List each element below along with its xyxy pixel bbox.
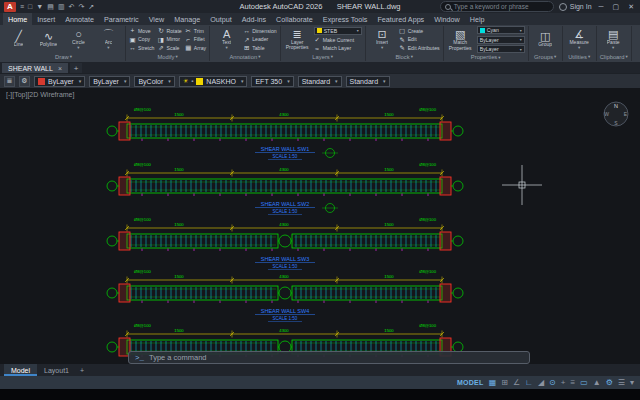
tool-stretch[interactable]: ↔Stretch xyxy=(129,44,154,51)
tool-paste[interactable]: ▤Paste▾ xyxy=(600,28,627,50)
menu-icon[interactable]: ≡ xyxy=(19,2,25,12)
model-space-indicator[interactable]: MODEL xyxy=(457,379,484,386)
dim-style-combo[interactable]: Standard▾ xyxy=(298,76,342,87)
tool-polyline[interactable]: ∿Polyline xyxy=(35,30,62,48)
tool-circle[interactable]: ○Circle▾ xyxy=(65,28,92,50)
close-button[interactable]: ✕ xyxy=(626,3,636,11)
panel-label-clipboard[interactable]: Clipboard▾ xyxy=(600,52,628,61)
redo-icon[interactable]: ↷ xyxy=(77,2,85,12)
tool-array[interactable]: ▦Array xyxy=(185,44,206,51)
object-snap-tracking-icon[interactable]: + xyxy=(561,378,566,388)
tab-model[interactable]: Model xyxy=(4,364,37,376)
tab-layout1[interactable]: Layout1 xyxy=(37,364,76,376)
dynamic-input-icon[interactable]: ▭ xyxy=(580,378,588,388)
view-compass[interactable]: NSWE xyxy=(604,102,628,126)
ribbon-combo[interactable]: ByLayer▾ xyxy=(477,36,525,44)
tool-text[interactable]: AText▾ xyxy=(213,28,240,50)
tool-move[interactable]: +Move xyxy=(129,27,154,34)
plot-style-combo[interactable]: ByColor▾ xyxy=(134,76,174,87)
polar-tracking-icon[interactable]: ◢ xyxy=(538,378,544,388)
open-icon[interactable]: ▼ xyxy=(35,2,44,12)
snap-icon[interactable]: ⊞ xyxy=(501,378,508,388)
ribbon-tab-collaborate[interactable]: Collaborate xyxy=(271,13,318,25)
ribbon-combo[interactable]: ByLayer▾ xyxy=(477,45,525,53)
tool-trim[interactable]: ✂Trim xyxy=(185,27,206,34)
tool-mirror[interactable]: ◨Mirror xyxy=(157,36,181,43)
workspace-icon[interactable]: ⚙ xyxy=(606,378,613,388)
linetype-combo[interactable]: ByLayer▾ xyxy=(89,76,130,87)
shear-wall-elevation-4[interactable]: 150043001500Ø8@100Ø8@100SHEAR WALL SW4SC… xyxy=(107,269,463,322)
layer-combo[interactable]: ☀▪NASKHO▾ xyxy=(179,76,248,87)
tool-line[interactable]: ╱Line xyxy=(5,30,32,48)
save-icon[interactable]: ▤ xyxy=(46,2,55,12)
panel-label-modify[interactable]: Modify▾ xyxy=(129,52,206,61)
new-drawing-tab-button[interactable]: + xyxy=(70,63,82,73)
shear-wall-elevation-3[interactable]: 150043001500Ø8@100Ø8@100SHEAR WALL SW3SC… xyxy=(107,217,463,270)
tool-match-properties[interactable]: ▧Match Properties xyxy=(447,28,474,51)
add-layout-button[interactable]: + xyxy=(76,364,88,376)
command-input[interactable]: Type a command xyxy=(149,353,207,362)
panel-label-view[interactable]: View▾ xyxy=(635,52,640,61)
panel-label-annotation[interactable]: Annotation▾ xyxy=(213,52,277,61)
ribbon-tab-annotate[interactable]: Annotate xyxy=(60,13,99,25)
tool-layer-properties[interactable]: ≣Layer Properties xyxy=(284,28,311,51)
lineweight-icon[interactable]: ≡ xyxy=(570,378,575,388)
tool-group[interactable]: ◫Group xyxy=(532,30,559,48)
table-style-combo[interactable]: Standard▾ xyxy=(346,76,390,87)
ortho-icon[interactable]: ∟ xyxy=(525,378,533,388)
search-input[interactable]: Type a keyword or phrase xyxy=(440,1,554,12)
undo-icon[interactable]: ↶ xyxy=(68,2,76,12)
ribbon-tab-home[interactable]: Home xyxy=(3,13,32,25)
layer-properties-icon[interactable]: ≣ xyxy=(4,76,15,87)
tool-make-current[interactable]: ✓Make Current xyxy=(314,36,362,43)
infer-constraints-icon[interactable]: ∠ xyxy=(513,378,520,388)
maximize-button[interactable]: ▢ xyxy=(611,3,622,11)
panel-label-block[interactable]: Block▾ xyxy=(369,52,440,61)
panel-label-properties[interactable]: Properties▾ xyxy=(447,53,525,61)
ribbon-tab-featured-apps[interactable]: Featured Apps xyxy=(372,13,429,25)
autocad-logo-icon[interactable]: A xyxy=(4,2,16,12)
drawing-canvas[interactable]: [-][Top][2D Wireframe] 150043001500Ø8@10… xyxy=(0,88,640,364)
tool-copy[interactable]: ▣Copy xyxy=(129,36,154,43)
grid-icon[interactable]: ▦ xyxy=(489,378,497,388)
model-space[interactable]: 150043001500Ø8@100Ø8@100SHEAR WALL SW1SC… xyxy=(0,88,640,364)
tool-dimension[interactable]: ↔Dimension xyxy=(243,27,277,34)
tool-rotate[interactable]: ↻Rotate xyxy=(157,27,181,34)
ribbon-tab-window[interactable]: Window xyxy=(429,13,465,25)
plot-icon[interactable]: ▥ xyxy=(57,2,66,12)
new-icon[interactable]: □ xyxy=(27,2,33,12)
annotation-scale-icon[interactable]: ▲ xyxy=(593,378,601,388)
ribbon-tab-express-tools[interactable]: Express Tools xyxy=(318,13,373,25)
ribbon-combo[interactable]: STEB▾ xyxy=(314,27,362,35)
cad-drawing[interactable]: 150043001500Ø8@100Ø8@100SHEAR WALL SW1SC… xyxy=(0,88,640,364)
sign-in-button[interactable]: Sign In xyxy=(559,3,592,11)
panel-label-layers[interactable]: Layers▾ xyxy=(284,52,362,61)
ribbon-tab-view[interactable]: View xyxy=(144,13,169,25)
tool-base[interactable]: ⌂Base xyxy=(635,30,640,48)
customization-icon[interactable]: ▾ xyxy=(630,378,634,388)
tool-create[interactable]: ▢Create xyxy=(399,27,440,34)
tool-leader[interactable]: ↗Leader xyxy=(243,36,277,43)
color-combo[interactable]: ByLayer▾ xyxy=(34,76,85,87)
minimize-button[interactable]: ─ xyxy=(597,3,606,10)
ribbon-tab-manage[interactable]: Manage xyxy=(169,13,205,25)
shear-wall-elevation-1[interactable]: 150043001500Ø8@100Ø8@100SHEAR WALL SW1SC… xyxy=(107,107,463,160)
shear-wall-elevation-2[interactable]: 150043001500Ø8@100Ø8@100SHEAR WALL SW2SC… xyxy=(107,162,463,215)
viewport-controls[interactable]: [-][Top][2D Wireframe] xyxy=(6,91,74,98)
command-line[interactable]: >_ Type a command xyxy=(128,351,530,364)
panel-label-utilities[interactable]: Utilities▾ xyxy=(566,52,593,61)
share-icon[interactable]: ↗ xyxy=(87,2,95,12)
tool-match-layer[interactable]: ≈Match Layer xyxy=(314,45,362,52)
tool-edit-attributes[interactable]: ✎Edit Attributes xyxy=(399,44,440,51)
tool-table[interactable]: ⊞Table xyxy=(243,44,277,51)
ribbon-tab-parametric[interactable]: Parametric xyxy=(99,13,144,25)
ribbon-tab-add-ins[interactable]: Add-ins xyxy=(237,13,271,25)
ribbon-tab-help[interactable]: Help xyxy=(465,13,490,25)
tool-insert[interactable]: ⊡Insert▾ xyxy=(369,28,396,50)
ribbon-combo[interactable]: Cyan▾ xyxy=(477,26,525,34)
tool-measure[interactable]: ∡Measure▾ xyxy=(566,28,593,50)
ribbon-tab-insert[interactable]: Insert xyxy=(32,13,60,25)
osnap-icon[interactable]: ⊙ xyxy=(549,378,556,388)
tool-arc[interactable]: ⌒Arc▾ xyxy=(95,28,122,50)
tool-fillet[interactable]: ⌐Fillet xyxy=(185,36,206,43)
